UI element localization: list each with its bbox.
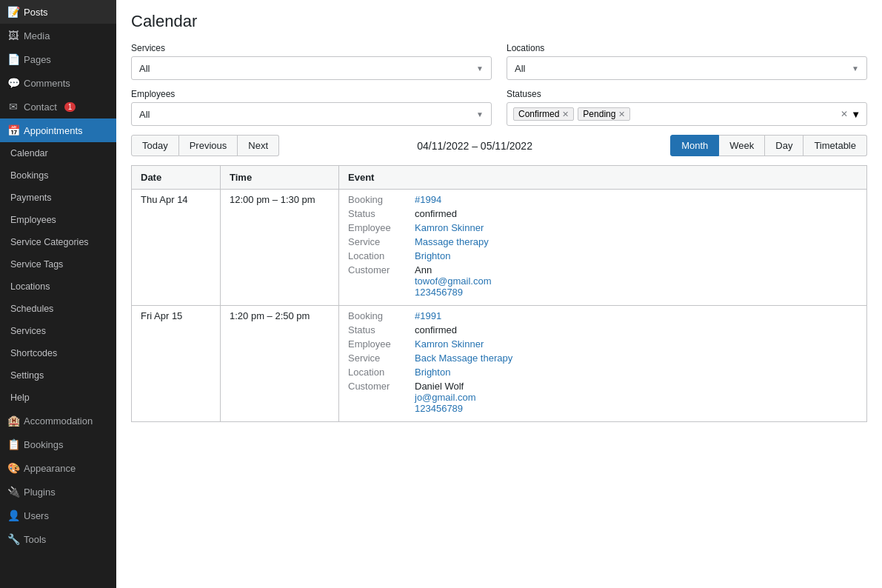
- event-value-service-1[interactable]: Back Massage therapy: [415, 353, 512, 364]
- event-value-service-0[interactable]: Massage therapy: [415, 236, 489, 247]
- sidebar-item-label-accommodation: Accommodation: [24, 415, 93, 427]
- status-tag-pending: Pending ✕: [578, 107, 630, 121]
- event-label-employee-0: Employee: [348, 222, 415, 233]
- sidebar-item-accommodation[interactable]: 🏨Accommodation: [0, 409, 116, 432]
- event-value-booking-id-0[interactable]: #1994: [415, 194, 441, 205]
- sidebar-item-payments[interactable]: Payments: [0, 187, 116, 209]
- event-link-employee-1[interactable]: Kamron Skinner: [415, 338, 484, 350]
- tools-icon: 🔧: [7, 533, 19, 545]
- view-timetable-button[interactable]: Timetable: [804, 135, 867, 156]
- sidebar-item-comments[interactable]: 💬Comments: [0, 71, 116, 95]
- event-link-service-1[interactable]: Back Massage therapy: [415, 353, 512, 364]
- statuses-chevron-icon: ▼: [851, 109, 861, 120]
- event-customer-row-1: CustomerDaniel Wolfjo@gmail.com123456789: [348, 381, 858, 414]
- sidebar-item-appearance[interactable]: 🎨Appearance: [0, 456, 116, 480]
- event-link-location-0[interactable]: Brighton: [415, 250, 450, 261]
- sidebar-item-contact[interactable]: ✉Contact1: [0, 95, 116, 118]
- customer-email-0[interactable]: towof@gmail.com: [415, 275, 492, 287]
- employees-chevron-icon: ▼: [476, 110, 484, 118]
- sidebar-item-pages[interactable]: 📄Pages: [0, 47, 116, 71]
- sidebar-item-bookings[interactable]: Bookings: [0, 164, 116, 187]
- appointments-icon: 📅: [7, 124, 19, 136]
- sidebar-item-label-service-categories: Service Categories: [10, 237, 89, 247]
- sidebar-item-bookings2[interactable]: 📋Bookings: [0, 432, 116, 456]
- posts-icon: 📝: [7, 6, 19, 18]
- event-link-location-1[interactable]: Brighton: [415, 367, 450, 378]
- status-tag-confirmed-remove[interactable]: ✕: [562, 110, 569, 119]
- event-label-booking-id-1: Booking: [348, 310, 415, 321]
- statuses-select[interactable]: Confirmed ✕ Pending ✕ ✕ ▼: [507, 102, 867, 126]
- col-event: Event: [339, 166, 867, 190]
- sidebar-item-tools[interactable]: 🔧Tools: [0, 527, 116, 551]
- employees-label: Employees: [131, 89, 492, 99]
- row-date-0: Thu Apr 14: [132, 190, 221, 306]
- sidebar-item-label-tools: Tools: [24, 534, 46, 545]
- event-label-booking-id-0: Booking: [348, 194, 415, 205]
- sidebar-item-plugins[interactable]: 🔌Plugins: [0, 480, 116, 504]
- customer-email-1[interactable]: jo@gmail.com: [415, 392, 476, 403]
- event-link-service-0[interactable]: Massage therapy: [415, 236, 489, 247]
- sidebar-item-label-media: Media: [24, 30, 50, 41]
- services-label: Services: [131, 43, 492, 53]
- statuses-clear-icon[interactable]: ✕: [841, 109, 848, 119]
- sidebar-item-posts[interactable]: 📝Posts: [0, 0, 116, 24]
- sidebar-item-label-pages: Pages: [24, 54, 51, 65]
- event-value-employee-0[interactable]: Kamron Skinner: [415, 222, 484, 233]
- event-value-status-1: confirmed: [415, 324, 457, 335]
- event-link-booking-id-0[interactable]: #1994: [415, 194, 441, 205]
- sidebar-item-label-calendar: Calendar: [10, 148, 48, 158]
- event-value-booking-id-1[interactable]: #1991: [415, 310, 441, 321]
- event-link-employee-0[interactable]: Kamron Skinner: [415, 222, 484, 233]
- event-label-service-1: Service: [348, 353, 415, 364]
- sidebar-item-media[interactable]: 🖼Media: [0, 24, 116, 47]
- sidebar-item-service-categories[interactable]: Service Categories: [0, 231, 116, 253]
- today-button[interactable]: Today: [131, 135, 179, 156]
- statuses-filter-group: Statuses Confirmed ✕ Pending ✕ ✕ ▼: [507, 89, 867, 126]
- services-filter-group: Services All ▼: [131, 43, 492, 80]
- services-value: All: [139, 63, 150, 74]
- row-event-1: Booking#1991StatusconfirmedEmployeeKamro…: [339, 306, 867, 422]
- view-day-button[interactable]: Day: [765, 135, 804, 156]
- services-select[interactable]: All ▼: [131, 56, 492, 80]
- event-customer-row-0: CustomerAnntowof@gmail.com123456789: [348, 264, 858, 298]
- view-month-button[interactable]: Month: [670, 135, 719, 156]
- event-label-status-1: Status: [348, 324, 415, 335]
- status-tag-pending-remove[interactable]: ✕: [618, 110, 625, 119]
- employees-select[interactable]: All ▼: [131, 102, 492, 126]
- customer-phone-1[interactable]: 123456789: [415, 403, 476, 414]
- sidebar-item-label-appointments: Appointments: [24, 125, 83, 136]
- customer-name-1: Daniel Wolf: [415, 381, 476, 392]
- sidebar-item-service-tags[interactable]: Service Tags: [0, 253, 116, 275]
- status-tag-pending-label: Pending: [583, 109, 615, 119]
- sidebar-item-appointments[interactable]: 📅Appointments: [0, 118, 116, 142]
- sidebar-item-services[interactable]: Services: [0, 320, 116, 342]
- calendar-nav: Today Previous Next 04/11/2022 – 05/11/2…: [131, 135, 867, 156]
- previous-button[interactable]: Previous: [179, 135, 238, 156]
- event-link-booking-id-1[interactable]: #1991: [415, 310, 441, 321]
- event-value-location-0[interactable]: Brighton: [415, 250, 450, 261]
- event-value-employee-1[interactable]: Kamron Skinner: [415, 338, 484, 350]
- sidebar-item-settings[interactable]: Settings: [0, 364, 116, 387]
- sidebar-item-help[interactable]: Help: [0, 387, 116, 409]
- appearance-icon: 🎨: [7, 462, 19, 474]
- users-icon: 👤: [7, 510, 19, 521]
- event-field-status-0: Statusconfirmed: [348, 208, 858, 219]
- event-value-location-1[interactable]: Brighton: [415, 367, 450, 378]
- sidebar-item-label-schedules: Schedules: [10, 304, 53, 314]
- sidebar-item-label-users: Users: [24, 510, 49, 521]
- sidebar-item-locations[interactable]: Locations: [0, 275, 116, 298]
- sidebar-item-calendar[interactable]: Calendar: [0, 142, 116, 164]
- next-button[interactable]: Next: [238, 135, 279, 156]
- locations-select[interactable]: All ▼: [507, 56, 867, 80]
- sidebar-item-schedules[interactable]: Schedules: [0, 298, 116, 320]
- sidebar-item-label-appearance: Appearance: [24, 463, 76, 474]
- sidebar-item-users[interactable]: 👤Users: [0, 504, 116, 527]
- page-title: Calendar: [131, 12, 867, 31]
- event-label-status-0: Status: [348, 208, 415, 219]
- sidebar-item-shortcodes[interactable]: Shortcodes: [0, 342, 116, 364]
- sidebar-item-employees[interactable]: Employees: [0, 209, 116, 231]
- main-content: Calendar Services All ▼ Locations All ▼ …: [116, 0, 882, 588]
- customer-phone-0[interactable]: 123456789: [415, 287, 492, 298]
- locations-label: Locations: [507, 43, 867, 53]
- view-week-button[interactable]: Week: [719, 135, 765, 156]
